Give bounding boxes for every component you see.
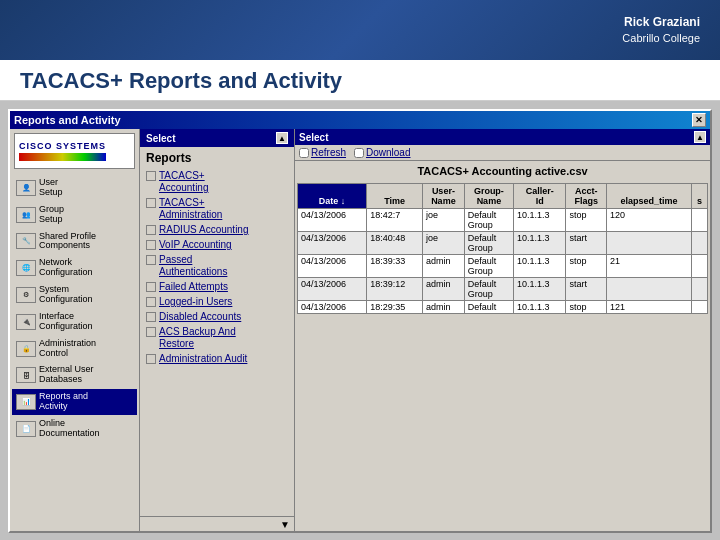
table-row: 04/13/2006 18:42:7 joe DefaultGroup 10.1…	[298, 209, 708, 232]
main-data-panel: Select ▲ Refresh Download TACACS+ Accoun…	[295, 129, 710, 531]
cell-date: 04/13/2006	[298, 255, 367, 278]
report-icon	[146, 282, 156, 292]
nav-item-shared-profile[interactable]: 🔧 Shared ProfileComponents	[12, 229, 137, 255]
report-label-failed-attempts: Failed Attempts	[159, 281, 228, 293]
cell-s	[692, 301, 708, 314]
cell-callerid: 10.1.1.3	[513, 255, 566, 278]
report-label-admin-audit: Administration Audit	[159, 353, 247, 365]
download-checkbox[interactable]	[354, 148, 364, 158]
nav-items: 👤 UserSetup 👥 GroupSetup 🔧 Shared Profil…	[10, 173, 139, 531]
nav-item-network-config[interactable]: 🌐 NetworkConfiguration	[12, 255, 137, 281]
cell-elapsed	[606, 232, 691, 255]
reports-section-title: Reports	[140, 147, 294, 167]
report-item-admin-audit[interactable]: Administration Audit	[144, 352, 290, 366]
refresh-label: Refresh	[311, 147, 346, 158]
report-label-tacacs-accounting: TACACS+Accounting	[159, 170, 208, 194]
report-label-voip-accounting: VoIP Accounting	[159, 239, 232, 251]
slide-title-bar: TACACS+ Reports and Activity	[0, 60, 720, 101]
cell-username: joe	[422, 209, 464, 232]
cell-callerid: 10.1.1.3	[513, 301, 566, 314]
data-table-wrapper[interactable]: Date ↓ Time User-Name Group-Name Caller-…	[297, 183, 708, 529]
cell-username: joe	[422, 232, 464, 255]
cell-elapsed: 120	[606, 209, 691, 232]
table-row: 04/13/2006 18:40:48 joe DefaultGroup 10.…	[298, 232, 708, 255]
cell-username: admin	[422, 278, 464, 301]
reports-panel: Select ▲ Reports TACACS+Accounting TACAC…	[140, 129, 295, 531]
cisco-logo-text: CISCO SYSTEMS	[19, 141, 106, 151]
report-item-radius-accounting[interactable]: RADIUS Accounting	[144, 223, 290, 237]
data-table: Date ↓ Time User-Name Group-Name Caller-…	[297, 183, 708, 314]
report-item-failed-attempts[interactable]: Failed Attempts	[144, 280, 290, 294]
nav-label-system-config: SystemConfiguration	[39, 285, 93, 305]
refresh-button[interactable]: Refresh	[299, 147, 346, 158]
cell-date: 04/13/2006	[298, 232, 367, 255]
nav-item-system-config[interactable]: ⚙ SystemConfiguration	[12, 282, 137, 308]
cisco-logo-content: CISCO SYSTEMS	[19, 141, 106, 161]
nav-item-admin-control[interactable]: 🔒 AdministrationControl	[12, 336, 137, 362]
report-icon	[146, 255, 156, 265]
col-header-username[interactable]: User-Name	[422, 184, 464, 209]
nav-label-group-setup: GroupSetup	[39, 205, 64, 225]
nav-item-online-docs[interactable]: 📄 OnlineDocumentation	[12, 416, 137, 442]
cell-username: admin	[422, 301, 464, 314]
online-docs-icon: 📄	[16, 421, 36, 437]
report-icon	[146, 225, 156, 235]
cell-elapsed: 121	[606, 301, 691, 314]
refresh-checkbox[interactable]	[299, 148, 309, 158]
nav-label-external-db: External UserDatabases	[39, 365, 94, 385]
report-item-tacacs-admin[interactable]: TACACS+Administration	[144, 196, 290, 222]
nav-label-network-config: NetworkConfiguration	[39, 258, 93, 278]
report-label-passed-auth: PassedAuthentications	[159, 254, 227, 278]
reports-scroll-down[interactable]: ▼	[280, 519, 290, 530]
external-db-icon: 🗄	[16, 367, 36, 383]
presenter-info: Rick Graziani Cabrillo College	[622, 14, 700, 46]
nav-label-user-setup: UserSetup	[39, 178, 63, 198]
window-title: Reports and Activity	[14, 114, 121, 126]
report-item-acs-backup[interactable]: ACS Backup AndRestore	[144, 325, 290, 351]
user-setup-icon: 👤	[16, 180, 36, 196]
report-icon	[146, 240, 156, 250]
slide-title: TACACS+ Reports and Activity	[20, 68, 700, 94]
window-close-button[interactable]: ✕	[692, 113, 706, 127]
nav-item-interface-config[interactable]: 🔌 InterfaceConfiguration	[12, 309, 137, 335]
cell-flags: start	[566, 278, 607, 301]
cell-callerid: 10.1.1.3	[513, 209, 566, 232]
report-item-voip-accounting[interactable]: VoIP Accounting	[144, 238, 290, 252]
nav-item-external-db[interactable]: 🗄 External UserDatabases	[12, 362, 137, 388]
col-header-time[interactable]: Time	[367, 184, 423, 209]
col-header-callerid[interactable]: Caller-Id	[513, 184, 566, 209]
col-header-acctflags[interactable]: Acct-Flags	[566, 184, 607, 209]
nav-item-reports-activity[interactable]: 📊 Reports andActivity	[12, 389, 137, 415]
report-icon	[146, 297, 156, 307]
cell-group: DefaultGroup	[464, 209, 513, 232]
report-item-passed-auth[interactable]: PassedAuthentications	[144, 253, 290, 279]
col-header-elapsed[interactable]: elapsed_time	[606, 184, 691, 209]
report-label-logged-in-users: Logged-in Users	[159, 296, 232, 308]
nav-item-group-setup[interactable]: 👥 GroupSetup	[12, 202, 137, 228]
cell-s	[692, 232, 708, 255]
report-icon	[146, 171, 156, 181]
main-scroll-up[interactable]: ▲	[694, 131, 706, 143]
window-titlebar: Reports and Activity ✕	[10, 111, 710, 129]
system-config-icon: ⚙	[16, 287, 36, 303]
nav-item-user-setup[interactable]: 👤 UserSetup	[12, 175, 137, 201]
interface-config-icon: 🔌	[16, 314, 36, 330]
reports-scroll-up[interactable]: ▲	[276, 132, 288, 144]
report-item-logged-in-users[interactable]: Logged-in Users	[144, 295, 290, 309]
report-label-disabled-accounts: Disabled Accounts	[159, 311, 241, 323]
window-body: CISCO SYSTEMS 👤 UserSetup 👥 GroupSetup	[10, 129, 710, 531]
cell-elapsed	[606, 278, 691, 301]
nav-label-shared-profile: Shared ProfileComponents	[39, 232, 96, 252]
download-button[interactable]: Download	[354, 147, 410, 158]
col-header-s[interactable]: s	[692, 184, 708, 209]
reports-icon: 📊	[16, 394, 36, 410]
report-item-disabled-accounts[interactable]: Disabled Accounts	[144, 310, 290, 324]
shared-profile-icon: 🔧	[16, 233, 36, 249]
reports-window: Reports and Activity ✕ CISCO SYSTEMS 👤	[8, 109, 712, 533]
cell-group: DefaultGroup	[464, 232, 513, 255]
col-header-date[interactable]: Date ↓	[298, 184, 367, 209]
col-header-groupname[interactable]: Group-Name	[464, 184, 513, 209]
report-label-acs-backup: ACS Backup AndRestore	[159, 326, 236, 350]
report-item-tacacs-accounting[interactable]: TACACS+Accounting	[144, 169, 290, 195]
network-config-icon: 🌐	[16, 260, 36, 276]
